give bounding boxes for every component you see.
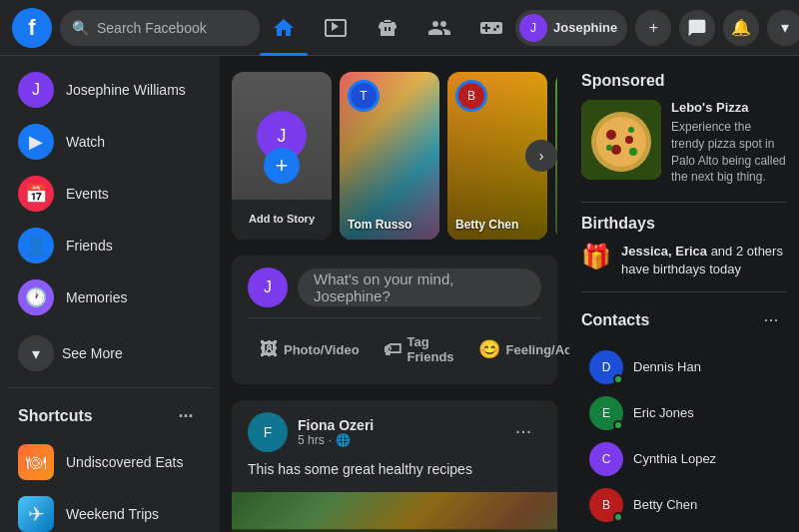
post-image-svg: [232, 492, 557, 532]
svg-point-26: [606, 130, 616, 140]
feeling-icon: 😊: [478, 338, 500, 360]
business-name: Lebo's Pizza: [671, 100, 787, 115]
add-story-circle: +: [264, 148, 300, 184]
birthday-icon: 🎁: [581, 243, 611, 270]
post-box-top: J What's on your mind, Josephine?: [248, 267, 541, 307]
shortcut-icon: 🍽: [18, 444, 54, 480]
sidebar-user-profile[interactable]: J Josephine Williams: [8, 64, 212, 116]
shortcuts-more-button[interactable]: ···: [170, 400, 202, 432]
shortcut-undiscovered-eats[interactable]: 🍽 Undiscovered Eats: [8, 436, 212, 488]
nav-marketplace-button[interactable]: [364, 4, 411, 52]
post-input-field[interactable]: What's on your mind, Josephine?: [298, 268, 541, 306]
contact-name: Cynthia Lopez: [633, 451, 716, 466]
svg-point-29: [628, 127, 634, 133]
nav-groups-button[interactable]: [415, 4, 463, 52]
post-author-name: Fiona Ozeri: [298, 417, 374, 433]
nav-left: f 🔍: [12, 8, 260, 48]
right-divider-1: [581, 202, 787, 203]
birthday-names: Jessica, Erica: [621, 244, 707, 259]
story-card-tom-russo[interactable]: T Tom Russo: [340, 72, 439, 240]
tag-friends-button[interactable]: 🏷 Tag Friends: [372, 326, 466, 372]
svg-point-27: [625, 136, 633, 144]
shortcut-icon: ✈: [18, 496, 54, 532]
sidebar-item-label: Events: [66, 186, 109, 202]
shortcut-label: Undiscovered Eats: [66, 454, 184, 470]
user-avatar: J: [519, 14, 547, 42]
photo-video-label: Photo/Video: [284, 342, 360, 357]
tag-friends-label: Tag Friends: [407, 334, 454, 364]
contact-item-tina-lim[interactable]: T Tina Lim: [581, 528, 787, 532]
online-indicator: [613, 420, 623, 430]
nav-right: J Josephine + 🔔 ▾: [515, 10, 799, 46]
shortcuts-header: Shortcuts ···: [8, 396, 212, 436]
post-text: This has some great healthy recipes: [232, 460, 557, 492]
sponsored-description: Experience the trendy pizza spot in Palo…: [671, 119, 787, 186]
add-story-label: Add to Story: [249, 213, 315, 226]
post-placeholder: What's on your mind, Josephine?: [314, 270, 525, 304]
contact-item-eric-jones[interactable]: E Eric Jones: [581, 390, 787, 436]
messenger-button[interactable]: [679, 10, 715, 46]
sidebar-item-memories[interactable]: 🕐 Memories: [8, 271, 212, 323]
contacts-section: Contacts ··· D Dennis Han E Eric Jones: [581, 304, 787, 532]
contact-avatar: E: [589, 396, 623, 430]
nav-gaming-button[interactable]: [467, 4, 515, 52]
post-creation-box: J What's on your mind, Josephine? 🖼 Phot…: [232, 256, 557, 384]
nav-user-button[interactable]: J Josephine: [515, 10, 627, 46]
sidebar-item-watch[interactable]: ▶ Watch: [8, 116, 212, 168]
svg-point-30: [606, 145, 612, 151]
photo-icon: 🖼: [260, 339, 278, 360]
search-icon: 🔍: [72, 20, 89, 36]
add-action-button[interactable]: +: [635, 10, 671, 46]
photo-video-button[interactable]: 🖼 Photo/Video: [248, 326, 372, 372]
notifications-button[interactable]: 🔔: [723, 10, 759, 46]
see-more-button[interactable]: ▾ See More: [8, 327, 212, 379]
sidebar-item-friends[interactable]: 👤 Friends: [8, 220, 212, 271]
story-name: Tom Russo: [348, 218, 411, 232]
shortcut-weekend-trips[interactable]: ✈ Weekend Trips: [8, 488, 212, 532]
feeling-label: Feeling/Activity: [506, 342, 569, 357]
online-indicator: [613, 374, 623, 384]
shortcut-label: Weekend Trips: [66, 506, 159, 522]
contacts-more-button[interactable]: ···: [755, 304, 787, 336]
stories-next-button[interactable]: ›: [525, 140, 557, 172]
post-actions: 🖼 Photo/Video 🏷 Tag Friends 😊 Feeling/Ac…: [248, 326, 541, 372]
sidebar-item-label: Friends: [66, 238, 113, 254]
contacts-title: Contacts: [581, 311, 649, 329]
feed-post: F Fiona Ozeri 5 hrs · 🌐 ··· This has som…: [232, 400, 557, 532]
contacts-header: Contacts ···: [581, 304, 787, 336]
story-avatar: T: [348, 80, 380, 112]
contact-item-cynthia-lopez[interactable]: C Cynthia Lopez: [581, 436, 787, 482]
nav-home-button[interactable]: [260, 4, 308, 52]
nav-watch-button[interactable]: [312, 4, 360, 52]
globe-icon: 🌐: [336, 433, 351, 447]
shortcuts-title: Shortcuts: [18, 407, 93, 425]
post-more-button[interactable]: ···: [505, 412, 541, 448]
sidebar-item-label: Watch: [66, 134, 105, 150]
sponsored-image: [581, 100, 661, 180]
nav-center: [260, 4, 515, 52]
contact-name: Betty Chen: [633, 497, 697, 512]
contact-item-dennis-han[interactable]: D Dennis Han: [581, 344, 787, 390]
contact-avatar: C: [589, 442, 623, 476]
menu-button[interactable]: ▾: [767, 10, 799, 46]
post-user-info: F Fiona Ozeri 5 hrs · 🌐: [248, 412, 374, 452]
story-bg: T Tom Russo: [340, 72, 439, 240]
right-divider-2: [581, 291, 787, 292]
contact-name: Eric Jones: [633, 405, 694, 420]
search-input[interactable]: [97, 20, 248, 36]
add-story-bg: J + Add to Story: [232, 72, 332, 240]
top-navigation: f 🔍 J Josephine + 🔔: [0, 0, 799, 56]
post-time: 5 hrs: [298, 433, 325, 447]
post-author-details: Fiona Ozeri 5 hrs · 🌐: [298, 417, 374, 447]
post-meta: 5 hrs · 🌐: [298, 433, 374, 447]
see-more-icon: ▾: [18, 335, 54, 371]
search-box[interactable]: 🔍: [60, 10, 260, 46]
friends-icon: 👤: [18, 228, 54, 264]
sponsored-card[interactable]: Lebo's Pizza Experience the trendy pizza…: [581, 100, 787, 186]
add-story-card[interactable]: J + Add to Story: [232, 72, 332, 240]
memories-icon: 🕐: [18, 279, 54, 315]
feeling-button[interactable]: 😊 Feeling/Activity: [466, 326, 569, 372]
sidebar-item-events[interactable]: 📅 Events: [8, 168, 212, 220]
contact-item-betty-chen[interactable]: B Betty Chen: [581, 482, 787, 528]
contacts-actions: ···: [755, 304, 787, 336]
